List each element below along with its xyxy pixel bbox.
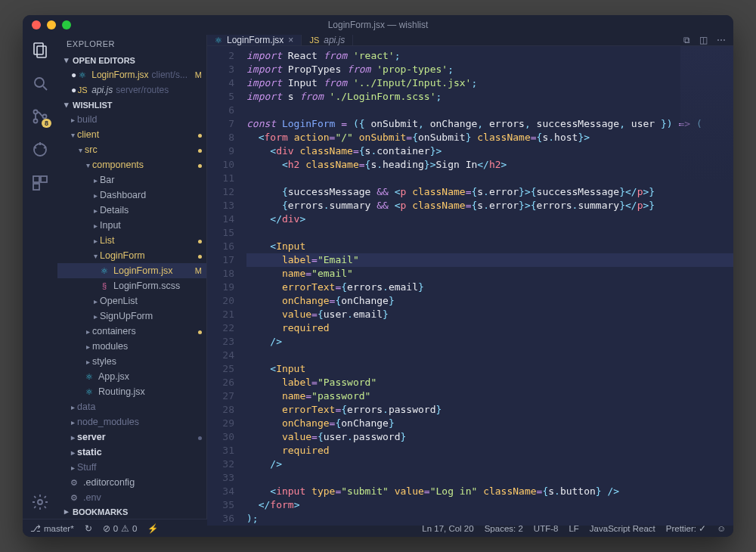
code-line[interactable]: onChange={onChange} <box>246 417 733 430</box>
code-line[interactable]: name="email" <box>246 267 733 281</box>
file-item[interactable]: ⚙.env <box>57 490 206 504</box>
code-line[interactable]: import PropTypes from 'prop-types'; <box>246 63 733 76</box>
folder-item[interactable]: ▸data <box>57 399 206 414</box>
branch-indicator[interactable]: ⎇ master* <box>30 523 74 534</box>
line-number[interactable]: 19 <box>207 281 234 294</box>
settings-gear-icon[interactable] <box>31 493 49 511</box>
folder-item[interactable]: ▸node_modules <box>57 414 206 430</box>
line-number[interactable]: 32 <box>207 457 234 471</box>
code-content[interactable]: import React from 'react';import PropTyp… <box>243 46 733 526</box>
open-editor-item[interactable]: ● ⚛LoginForm.jsxclient/s...M <box>57 67 206 82</box>
code-line[interactable] <box>246 172 733 185</box>
line-number[interactable]: 4 <box>207 76 234 90</box>
sync-button[interactable]: ↻ <box>85 523 92 534</box>
line-number[interactable]: 21 <box>207 308 234 321</box>
line-number[interactable]: 11 <box>207 172 234 185</box>
code-line[interactable]: import Input from '../Input/Input.jsx'; <box>246 76 733 90</box>
code-line[interactable]: <div className={s.container}> <box>246 144 733 158</box>
code-line[interactable]: errorText={errors.password} <box>246 403 733 417</box>
folder-item[interactable]: ▸Bar <box>57 172 206 188</box>
explorer-icon[interactable] <box>31 41 49 59</box>
code-line[interactable]: import React from 'react'; <box>246 49 733 63</box>
folder-item[interactable]: ▸build <box>57 112 206 127</box>
folder-item[interactable]: ▸Input <box>57 218 206 233</box>
code-line[interactable]: /> <box>246 457 733 471</box>
line-number[interactable]: 28 <box>207 403 234 417</box>
code-line[interactable]: label="Password" <box>246 376 733 389</box>
line-number[interactable]: 29 <box>207 417 234 430</box>
file-item[interactable]: ⚛LoginForm.jsxM <box>57 263 206 278</box>
line-number[interactable]: 35 <box>207 498 234 512</box>
file-tree[interactable]: ▸build▾client▾src▾components▸Bar▸Dashboa… <box>57 112 206 504</box>
line-number[interactable]: 18 <box>207 267 234 281</box>
folder-item[interactable]: ▾client <box>57 127 206 142</box>
file-item[interactable]: ⚛App.jsx <box>57 369 206 384</box>
line-number[interactable]: 5 <box>207 90 234 104</box>
code-line[interactable] <box>246 349 733 362</box>
editor-tab[interactable]: ⚛LoginForm.jsx× <box>207 35 302 45</box>
code-line[interactable]: value={user.email} <box>246 308 733 321</box>
folder-item[interactable]: ▾LoginForm <box>57 248 206 263</box>
debug-icon[interactable] <box>31 141 49 159</box>
folder-item[interactable]: ▾components <box>57 157 206 172</box>
line-gutter[interactable]: 2345678910111213141516171819202122232425… <box>207 46 243 526</box>
folder-item[interactable]: ▸containers <box>57 324 206 339</box>
folder-item[interactable]: ▸Details <box>57 203 206 218</box>
line-number[interactable]: 27 <box>207 389 234 403</box>
code-line[interactable]: <Input <box>246 362 733 376</box>
code-line[interactable]: import s from './LoginForm.scss'; <box>246 90 733 104</box>
folder-item[interactable]: ▸List <box>57 233 206 248</box>
source-control-icon[interactable]: 8 <box>31 107 49 126</box>
line-number[interactable]: 36 <box>207 512 234 526</box>
code-line[interactable]: errorText={errors.email} <box>246 281 733 294</box>
line-number[interactable]: 3 <box>207 63 234 76</box>
code-line[interactable]: required <box>246 444 733 457</box>
code-line[interactable]: <h2 className={s.heading}>Sign In</h2> <box>246 158 733 172</box>
code-line[interactable]: label="Email" <box>246 253 733 267</box>
line-number[interactable]: 23 <box>207 335 234 349</box>
search-icon[interactable] <box>31 74 49 92</box>
line-number[interactable]: 20 <box>207 294 234 308</box>
line-number[interactable]: 31 <box>207 444 234 457</box>
folder-item[interactable]: ▾src <box>57 142 206 157</box>
code-line[interactable]: /> <box>246 335 733 349</box>
line-number[interactable]: 16 <box>207 240 234 253</box>
close-tab-icon[interactable]: × <box>288 35 293 45</box>
line-number[interactable]: 17 <box>207 253 234 267</box>
folder-item[interactable]: ▸static <box>57 445 206 460</box>
compare-changes-icon[interactable]: ⧉ <box>683 35 690 45</box>
line-number[interactable]: 34 <box>207 485 234 498</box>
line-number[interactable]: 24 <box>207 349 234 362</box>
code-editor[interactable]: 2345678910111213141516171819202122232425… <box>207 46 733 526</box>
line-number[interactable]: 30 <box>207 430 234 444</box>
open-editors-header[interactable]: ▾ OPEN EDITORS <box>57 53 206 67</box>
line-number[interactable]: 8 <box>207 131 234 144</box>
folder-item[interactable]: ▸modules <box>57 339 206 354</box>
split-editor-icon[interactable]: ◫ <box>699 35 708 45</box>
folder-item[interactable]: ▸server <box>57 430 206 445</box>
code-line[interactable]: onChange={onChange} <box>246 294 733 308</box>
folder-item[interactable]: ▸Stuff <box>57 460 206 475</box>
line-number[interactable]: 13 <box>207 199 234 212</box>
code-line[interactable]: </form> <box>246 498 733 512</box>
folder-item[interactable]: ▸Dashboard <box>57 188 206 203</box>
live-preview-icon[interactable]: ⚡ <box>147 523 158 534</box>
file-item[interactable]: §LoginForm.scss <box>57 278 206 293</box>
extensions-icon[interactable] <box>31 174 49 192</box>
file-item[interactable]: ⚛Routing.jsx <box>57 384 206 399</box>
code-line[interactable]: {errors.summary && <p className={s.error… <box>246 199 733 212</box>
line-number[interactable]: 26 <box>207 376 234 389</box>
code-line[interactable]: required <box>246 321 733 335</box>
file-item[interactable]: ⚙.editorconfig <box>57 475 206 490</box>
line-number[interactable]: 33 <box>207 471 234 485</box>
code-line[interactable]: {successMessage && <p className={s.error… <box>246 185 733 199</box>
project-header[interactable]: ▾ WISHLIST <box>57 98 206 112</box>
line-number[interactable]: 12 <box>207 185 234 199</box>
code-line[interactable]: name="password" <box>246 389 733 403</box>
line-number[interactable]: 15 <box>207 226 234 240</box>
code-line[interactable]: <Input <box>246 240 733 253</box>
code-line[interactable] <box>246 104 733 117</box>
line-number[interactable]: 22 <box>207 321 234 335</box>
line-number[interactable]: 14 <box>207 212 234 226</box>
folder-item[interactable]: ▸OpenList <box>57 293 206 309</box>
